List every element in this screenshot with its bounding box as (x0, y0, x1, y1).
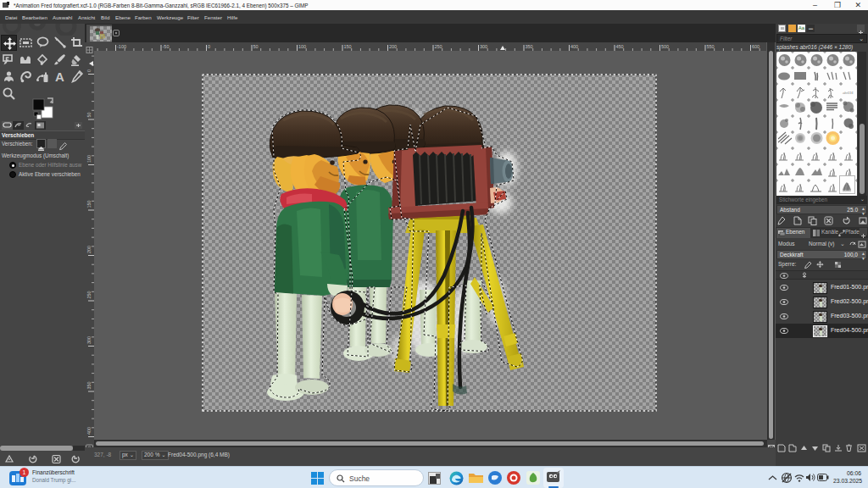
svg-text:300: 300 (86, 336, 92, 344)
svg-text:A: A (55, 69, 64, 84)
svg-text:-50: -50 (163, 44, 170, 49)
svg-text:50: 50 (253, 44, 259, 49)
svg-text:250: 250 (86, 291, 92, 298)
svg-text:0: 0 (86, 69, 92, 72)
svg-text:250: 250 (435, 44, 442, 49)
svg-text:450: 450 (616, 44, 624, 49)
svg-text:600: 600 (752, 44, 760, 49)
svg-text:0: 0 (208, 44, 210, 49)
svg-text:150: 150 (86, 200, 92, 208)
svg-text:200: 200 (389, 44, 397, 49)
svg-text:350: 350 (526, 44, 533, 49)
svg-text:350: 350 (86, 381, 92, 389)
svg-text:abr016: abr016 (843, 91, 854, 95)
svg-text:100: 100 (298, 44, 306, 49)
svg-text:100: 100 (86, 155, 92, 163)
svg-text:-100: -100 (117, 44, 126, 49)
svg-text:400: 400 (570, 44, 578, 49)
svg-text:500: 500 (661, 44, 669, 49)
svg-text:50: 50 (86, 112, 92, 117)
svg-text:550: 550 (707, 44, 715, 49)
svg-text:400: 400 (86, 427, 92, 435)
svg-text:150: 150 (344, 44, 352, 49)
svg-text:300: 300 (480, 44, 487, 49)
svg-text:200: 200 (86, 246, 92, 253)
